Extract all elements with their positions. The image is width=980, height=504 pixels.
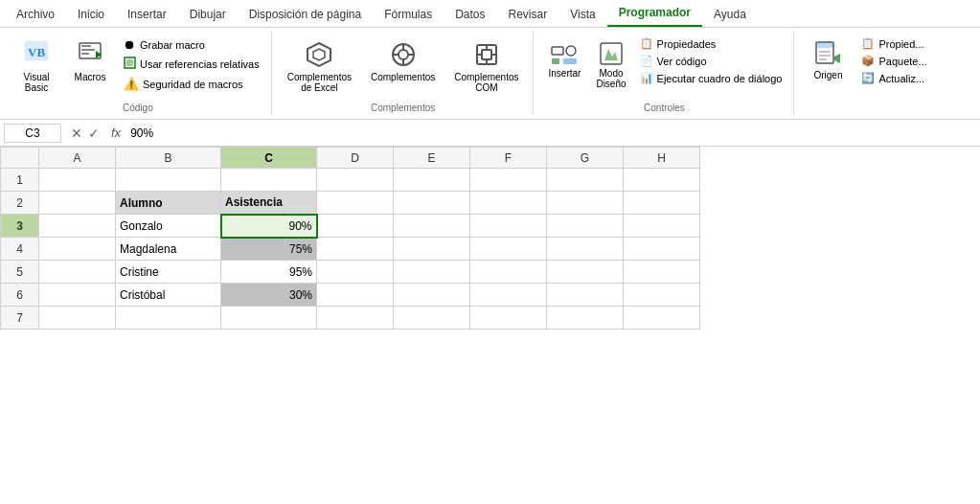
col-header-h[interactable]: H	[624, 148, 700, 169]
cell-h2[interactable]	[624, 192, 700, 215]
cell-g3[interactable]	[547, 215, 624, 238]
col-header-g[interactable]: G	[547, 148, 624, 169]
cell-b2[interactable]: Alumno	[116, 192, 221, 215]
tab-ayuda[interactable]: Ayuda	[702, 2, 758, 27]
complementos-button[interactable]: Complementosde Excel	[282, 35, 357, 97]
cell-e3[interactable]	[394, 215, 470, 238]
cell-e6[interactable]	[394, 284, 470, 307]
tab-dibujar[interactable]: Dibujar	[178, 2, 238, 27]
row-header-5[interactable]: 5	[1, 261, 39, 284]
row-header-4[interactable]: 4	[1, 238, 39, 261]
cell-c3[interactable]: 90%	[221, 215, 317, 238]
paquetes-button[interactable]: 📦 Paquete...	[857, 53, 930, 69]
cell-c4[interactable]: 75%	[221, 238, 317, 261]
tab-inicio[interactable]: Inicio	[66, 2, 116, 27]
cell-d1[interactable]	[317, 169, 394, 192]
cell-f5[interactable]	[470, 261, 547, 284]
cell-d6[interactable]	[317, 284, 394, 307]
cell-g5[interactable]	[547, 261, 624, 284]
cell-e1[interactable]	[394, 169, 470, 192]
cell-a1[interactable]	[39, 169, 116, 192]
cell-h5[interactable]	[624, 261, 700, 284]
cell-c1[interactable]	[221, 169, 317, 192]
cell-g7[interactable]	[547, 307, 624, 330]
cell-d2[interactable]	[317, 192, 394, 215]
ejecutar-button[interactable]: 📊 Ejecutar cuadro de diálogo	[636, 70, 786, 86]
cell-h7[interactable]	[624, 307, 700, 330]
cell-e2[interactable]	[394, 192, 470, 215]
cell-f2[interactable]	[470, 192, 547, 215]
cell-d5[interactable]	[317, 261, 394, 284]
actualizar-button[interactable]: 🔄 Actualiz...	[857, 70, 930, 86]
tab-disposicion[interactable]: Disposición de página	[238, 2, 373, 27]
cell-g1[interactable]	[547, 169, 624, 192]
tab-programador[interactable]: Programador	[607, 0, 702, 27]
col-header-a[interactable]: A	[39, 148, 116, 169]
propiedades-xml-button[interactable]: 📋 Propied...	[857, 35, 930, 52]
cell-d3[interactable]	[317, 215, 394, 238]
row-header-2[interactable]: 2	[1, 192, 39, 215]
cell-f6[interactable]	[470, 284, 547, 307]
cell-d7[interactable]	[317, 307, 394, 330]
cell-h3[interactable]	[624, 215, 700, 238]
tab-datos[interactable]: Datos	[444, 2, 496, 27]
tab-vista[interactable]: Vista	[558, 2, 606, 27]
cell-b5[interactable]: Cristine	[116, 261, 221, 284]
row-header-3[interactable]: 3	[1, 215, 39, 238]
tab-archivo[interactable]: Archivo	[5, 2, 66, 27]
cell-d4[interactable]	[317, 238, 394, 261]
col-header-d[interactable]: D	[317, 148, 394, 169]
cell-reference-input[interactable]	[4, 124, 61, 143]
seguridad-button[interactable]: ⚠️ Seguridad de macros	[120, 75, 263, 93]
modo-diseno-button[interactable]: ModoDiseño	[590, 35, 631, 93]
tab-insertar[interactable]: Insertar	[116, 2, 178, 27]
complementos-com-button[interactable]: ComplementosCOM	[448, 35, 524, 97]
col-header-c[interactable]: C	[221, 148, 317, 169]
cell-a2[interactable]	[39, 192, 116, 215]
cell-a6[interactable]	[39, 284, 116, 307]
cell-a5[interactable]	[39, 261, 116, 284]
propiedades-button[interactable]: 📋 Propiedades	[636, 35, 786, 52]
tab-formulas[interactable]: Fórmulas	[373, 2, 444, 27]
cell-c5[interactable]: 95%	[221, 261, 317, 284]
grabar-macro-button[interactable]: ⏺ Grabar macro	[120, 35, 263, 54]
cell-f3[interactable]	[470, 215, 547, 238]
cell-g4[interactable]	[547, 238, 624, 261]
cell-b4[interactable]: Magdalena	[116, 238, 221, 261]
cell-b1[interactable]	[116, 169, 221, 192]
macros-button[interactable]: Macros	[66, 35, 114, 86]
cell-h1[interactable]	[624, 169, 700, 192]
cell-a7[interactable]	[39, 307, 116, 330]
col-header-e[interactable]: E	[394, 148, 470, 169]
complementos2-button[interactable]: Complementos	[365, 35, 441, 86]
formula-input[interactable]	[126, 125, 976, 142]
cell-e4[interactable]	[394, 238, 470, 261]
usar-referencias-button[interactable]: Usar referencias relativas	[120, 55, 263, 74]
cell-f7[interactable]	[470, 307, 547, 330]
row-header-6[interactable]: 6	[1, 284, 39, 307]
col-header-f[interactable]: F	[470, 148, 547, 169]
cell-f4[interactable]	[470, 238, 547, 261]
cell-b6[interactable]: Cristóbal	[116, 284, 221, 307]
cell-g6[interactable]	[547, 284, 624, 307]
cell-h4[interactable]	[624, 238, 700, 261]
insertar-button[interactable]: Insertar	[543, 35, 587, 93]
cell-g2[interactable]	[547, 192, 624, 215]
cell-a3[interactable]	[39, 215, 116, 238]
visual-basic-button[interactable]: VB VisualBasic	[12, 35, 60, 97]
origen-button[interactable]: Origen	[804, 35, 852, 84]
row-header-7[interactable]: 7	[1, 307, 39, 330]
cell-c6[interactable]: 30%	[221, 284, 317, 307]
cell-e7[interactable]	[394, 307, 470, 330]
cell-h6[interactable]	[624, 284, 700, 307]
cell-c7[interactable]	[221, 307, 317, 330]
cell-e5[interactable]	[394, 261, 470, 284]
row-header-1[interactable]: 1	[1, 169, 39, 192]
cell-a4[interactable]	[39, 238, 116, 261]
cell-b3[interactable]: Gonzalo	[116, 215, 221, 238]
ver-codigo-button[interactable]: 📄 Ver código	[636, 53, 786, 69]
confirm-formula-icon[interactable]: ✓	[86, 126, 102, 141]
cell-f1[interactable]	[470, 169, 547, 192]
cell-b7[interactable]	[116, 307, 221, 330]
cell-c2[interactable]: Asistencia	[221, 192, 317, 215]
